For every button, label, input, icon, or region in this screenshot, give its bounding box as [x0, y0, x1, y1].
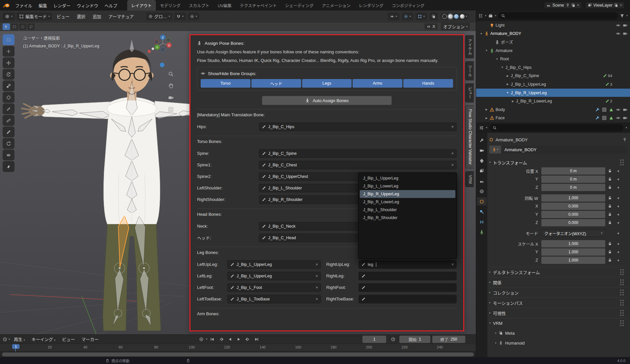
animate-dot[interactable] — [617, 187, 619, 188]
lock-icon[interactable] — [605, 169, 615, 173]
section-delta-transform[interactable]: ▸デルタトランスフォーム — [489, 267, 627, 277]
gizmo-y-label[interactable]: Y — [156, 45, 158, 49]
options-dropdown[interactable]: オプション▾ — [441, 23, 470, 30]
tab-world-props[interactable] — [477, 187, 487, 195]
play-button[interactable] — [235, 335, 243, 343]
display-mode-icon[interactable] — [488, 14, 493, 18]
expand-icon[interactable]: ▶ — [485, 108, 488, 111]
shading-dropdown-icon[interactable]: ▾ — [466, 15, 467, 18]
gizmo-z-label[interactable]: Z — [162, 36, 164, 39]
clear-icon[interactable]: × — [451, 262, 454, 267]
clear-icon[interactable]: × — [316, 274, 318, 278]
tab-physics-props[interactable] — [477, 208, 487, 216]
tool-move[interactable] — [3, 57, 14, 68]
collapse-icon[interactable]: ▼ — [501, 66, 504, 69]
righttoebase-bone-field[interactable] — [358, 295, 457, 303]
new-scene-icon[interactable] — [571, 3, 575, 7]
rightleg-bone-field[interactable] — [358, 272, 457, 280]
drag-grip[interactable] — [620, 279, 621, 281]
drag-grip[interactable] — [620, 159, 621, 161]
tool-rotate[interactable] — [3, 69, 14, 80]
popup-item[interactable]: J_Bip_L_Shoulder — [360, 206, 455, 214]
proportional-edit-toggle[interactable]: ▾ — [188, 13, 199, 20]
navigation-gizmo[interactable]: Z X Y — [152, 33, 173, 54]
group-button-head[interactable]: ヘッド — [251, 79, 301, 88]
menu-keying[interactable]: キーイング ▾ — [29, 335, 58, 343]
prev-keyframe-button[interactable] — [217, 335, 225, 343]
location-z-field[interactable]: 0 m — [541, 184, 605, 191]
group-button-hands[interactable]: Hands — [403, 79, 453, 88]
properties-search-input[interactable] — [490, 124, 623, 131]
clear-icon[interactable]: × — [316, 262, 318, 267]
shading-rendered-button[interactable] — [460, 14, 465, 19]
select-tweak-button[interactable] — [3, 23, 10, 30]
filter-icon[interactable] — [620, 14, 624, 18]
hips-bone-field[interactable]: J_Bip_C_Hips × — [259, 123, 457, 131]
tab-item[interactable]: アイテム — [465, 35, 474, 58]
lock-icon[interactable] — [605, 185, 615, 189]
section-relations[interactable]: ▸関係 — [489, 277, 627, 287]
outliner-row-l-upperleg[interactable]: ▶ J_Bip_L_UpperLeg 3 — [476, 80, 630, 89]
group-button-torso[interactable]: Torso — [201, 79, 250, 88]
jump-to-start-button[interactable] — [208, 335, 216, 343]
clear-icon[interactable]: × — [451, 163, 454, 167]
frame-end-field[interactable]: 終了250 — [432, 336, 465, 343]
lock-icon[interactable] — [605, 258, 615, 262]
rotation-w-field[interactable]: 1.000 — [541, 194, 605, 202]
scale-x-field[interactable]: 1.000 — [541, 240, 605, 247]
tool-select-box[interactable] — [3, 34, 14, 45]
current-frame-field[interactable]: 1 — [362, 336, 386, 343]
expand-icon[interactable]: ▶ — [485, 117, 488, 120]
vrm-meta-row[interactable]: ▸Meta — [489, 328, 627, 338]
menu-edit[interactable]: 編集 — [36, 1, 50, 10]
snap-toggle[interactable]: ▾ — [174, 13, 186, 20]
animate-dot[interactable] — [617, 233, 619, 234]
tab-scene-props[interactable] — [477, 177, 487, 185]
rotation-y-field[interactable]: 0.000 — [541, 211, 605, 218]
menu-select[interactable]: 選択 — [74, 12, 88, 20]
outliner-row-root[interactable]: ▼ Root — [476, 55, 630, 63]
workspace-tab-texpaint[interactable]: テクスチャペイント — [236, 0, 281, 11]
orientation-selector[interactable]: グロ…▾ — [146, 13, 172, 20]
outliner-row-light[interactable]: Light — [476, 21, 630, 30]
lock-icon[interactable] — [605, 212, 615, 216]
popup-item[interactable]: J_Bip_R_LowerLeg — [360, 198, 455, 206]
tab-object-props[interactable] — [477, 197, 487, 206]
workspace-tab-layout[interactable]: レイアウト — [127, 0, 156, 11]
collapse-icon[interactable]: ▼ — [479, 32, 483, 35]
popup-item[interactable]: J_Bip_L_LowerLeg — [360, 182, 455, 190]
section-visibility[interactable]: ▸可視性 — [489, 308, 627, 318]
workspace-tab-sculpting[interactable]: スカルプト — [185, 0, 214, 11]
outliner-row-r-upperleg-selected[interactable]: ▼ J_Bip_R_UpperLeg — [476, 89, 630, 97]
clear-icon[interactable]: × — [451, 151, 454, 156]
timeline-editor-icon[interactable] — [3, 337, 7, 342]
auto-assign-bones-button[interactable]: Auto Assign Bones — [262, 96, 392, 105]
outliner-search-input[interactable] — [498, 12, 618, 19]
drag-grip[interactable] — [620, 269, 621, 270]
animate-dot[interactable] — [617, 179, 619, 180]
collapse-icon[interactable]: ▼ — [506, 91, 509, 94]
tool-transform[interactable] — [3, 92, 14, 103]
menu-add[interactable]: 追加 — [90, 12, 104, 20]
clear-icon[interactable]: × — [316, 285, 318, 290]
tab-viewlayer-props[interactable] — [477, 167, 487, 175]
hide-eye-icon[interactable] — [616, 107, 620, 112]
camera-view-icon[interactable] — [168, 95, 174, 100]
outliner-editor-icon[interactable] — [478, 14, 483, 18]
drag-grip[interactable] — [620, 290, 621, 291]
workspace-tab-uv[interactable]: UV編集 — [214, 0, 236, 11]
animate-dot[interactable] — [617, 170, 619, 172]
menu-render[interactable]: レンダー — [50, 1, 73, 10]
outliner-row-face[interactable]: ▶ Face — [476, 114, 630, 123]
xray-toggle[interactable] — [429, 13, 438, 20]
scrollbar-thumb[interactable] — [2, 352, 474, 356]
outliner-row-pose[interactable]: ポーズ — [476, 38, 630, 46]
disable-render-icon[interactable] — [623, 116, 627, 120]
select-box-button[interactable] — [11, 23, 18, 30]
timeline-scrollbar[interactable] — [0, 351, 476, 357]
menu-help[interactable]: ヘルプ — [101, 1, 120, 10]
pin-icon[interactable] — [623, 138, 627, 142]
animate-dot[interactable] — [617, 243, 619, 245]
lock-icon[interactable] — [605, 242, 615, 246]
lock-icon[interactable] — [605, 204, 615, 208]
